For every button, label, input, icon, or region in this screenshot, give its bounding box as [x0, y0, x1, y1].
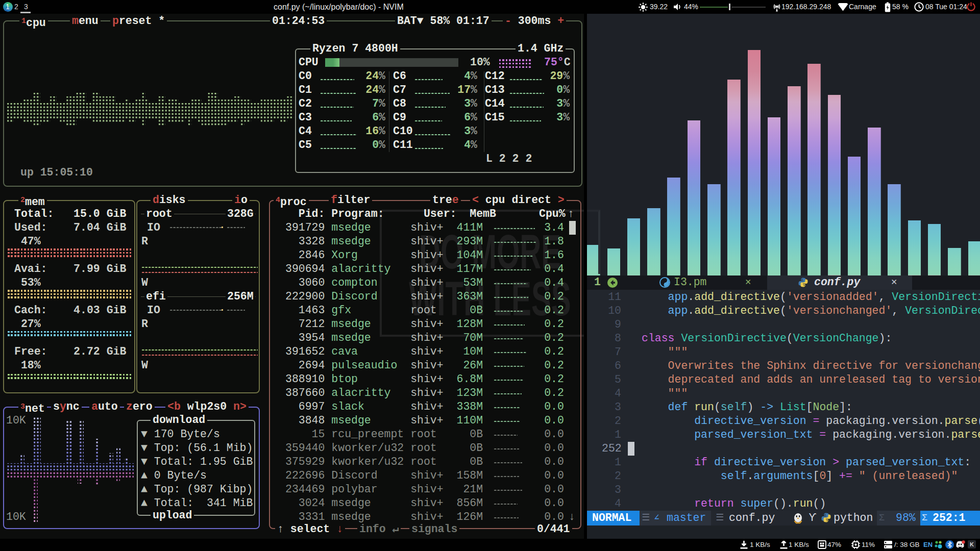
svg-text:K: K	[970, 541, 974, 547]
